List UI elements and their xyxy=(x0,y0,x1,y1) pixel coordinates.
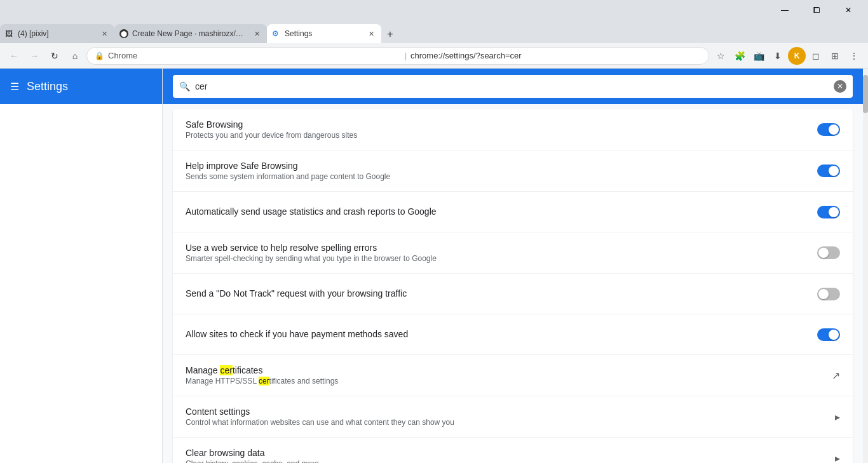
toggle-spelling[interactable] xyxy=(817,246,840,259)
maximize-button[interactable]: ⧠ xyxy=(802,0,831,20)
settings-header: ☰ Settings xyxy=(0,69,162,104)
title-highlight-cer: cer xyxy=(220,365,232,375)
toggle-knob-help-improve xyxy=(829,166,839,176)
toggle-container-send-usage xyxy=(817,206,840,218)
setting-item-clear-browsing[interactable]: Clear browsing data Clear history, cooki… xyxy=(173,438,853,463)
chevron-right-icon-content-settings: ▸ xyxy=(835,411,840,423)
refresh-button[interactable]: ↻ xyxy=(46,47,64,65)
tab-close-settings[interactable]: ✕ xyxy=(366,29,376,39)
setting-desc-content-settings: Control what information websites can us… xyxy=(186,418,835,427)
search-input-container: 🔍 ✕ xyxy=(173,75,853,98)
extension-icon-2[interactable]: ⊞ xyxy=(826,47,844,65)
tab-favicon-settings: ⚙ xyxy=(272,29,281,38)
chevron-container-content-settings: ▸ xyxy=(835,411,840,423)
toggle-payment-methods[interactable] xyxy=(817,328,840,341)
tab-github[interactable]: ⬤ Create New Page · mashirozx/Pi... ✕ xyxy=(114,24,267,43)
toggle-knob-payment-methods xyxy=(829,330,839,340)
desc-text-before: Manage HTTPS/SSL xyxy=(186,377,259,386)
bookmark-button[interactable]: ☆ xyxy=(712,47,729,65)
setting-title-clear-browsing: Clear browsing data xyxy=(186,448,835,458)
profile-button[interactable]: K xyxy=(788,47,806,65)
tab-bar: 🖼 (4) [pixiv] ✕ ⬤ Create New Page · mash… xyxy=(0,20,868,43)
extensions-button[interactable]: 🧩 xyxy=(731,47,749,65)
chevron-right-icon-clear-browsing: ▸ xyxy=(835,452,840,464)
setting-content-spelling: Use a web service to help resolve spelli… xyxy=(186,243,817,263)
setting-content-safe-browsing: Safe Browsing Protects you and your devi… xyxy=(186,119,817,140)
settings-list: Safe Browsing Protects you and your devi… xyxy=(173,109,853,463)
toggle-container-safe-browsing xyxy=(817,123,840,136)
search-bar: 🔍 ✕ xyxy=(163,69,863,104)
setting-content-manage-certificates: Manage certificates Manage HTTPS/SSL cer… xyxy=(186,365,832,386)
tab-favicon-github: ⬤ xyxy=(119,29,128,38)
settings-container: ☰ Settings 🔍 ✕ Safe Browsing Protects yo… xyxy=(0,69,868,463)
tab-title-settings: Settings xyxy=(285,29,362,38)
chevron-container-clear-browsing: ▸ xyxy=(835,452,840,464)
setting-title-payment-methods: Allow sites to check if you have payment… xyxy=(186,329,817,339)
search-input[interactable] xyxy=(195,81,829,91)
setting-item-do-not-track[interactable]: Send a "Do Not Track" request with your … xyxy=(173,274,853,314)
search-clear-button[interactable]: ✕ xyxy=(834,80,846,93)
back-button[interactable]: ← xyxy=(5,47,23,65)
home-button[interactable]: ⌂ xyxy=(66,47,84,65)
setting-desc-help-improve: Sends some system information and page c… xyxy=(186,172,817,181)
omnibox[interactable]: 🔒 Chrome | chrome://settings/?search=cer xyxy=(86,47,709,65)
setting-content-content-settings: Content settings Control what informatio… xyxy=(186,406,835,427)
desc-highlight-cer: cer xyxy=(259,377,269,386)
tab-favicon-pixiv: 🖼 xyxy=(5,29,14,38)
toggle-knob-send-usage xyxy=(829,207,839,217)
setting-item-send-usage[interactable]: Automatically send usage statistics and … xyxy=(173,192,853,232)
setting-content-send-usage: Automatically send usage statistics and … xyxy=(186,206,817,218)
toggle-send-usage[interactable] xyxy=(817,206,840,218)
toggle-knob-do-not-track xyxy=(818,289,829,299)
extension-icon-1[interactable]: ◻ xyxy=(807,47,825,65)
toggle-help-improve[interactable] xyxy=(817,164,840,177)
forward-button[interactable]: → xyxy=(25,47,43,65)
setting-desc-clear-browsing: Clear history, cookies, cache, and more xyxy=(186,459,835,463)
close-button[interactable]: ✕ xyxy=(834,0,863,20)
setting-title-content-settings: Content settings xyxy=(186,406,835,417)
setting-item-help-improve[interactable]: Help improve Safe Browsing Sends some sy… xyxy=(173,151,853,192)
tab-close-pixiv[interactable]: ✕ xyxy=(99,29,109,39)
setting-title-manage-certificates: Manage certificates xyxy=(186,365,832,375)
setting-title-help-improve: Help improve Safe Browsing xyxy=(186,161,817,171)
toolbar-icons: ☆ 🧩 📺 ⬇ K ◻ ⊞ ⋮ xyxy=(712,47,863,65)
toggle-container-payment-methods xyxy=(817,328,840,341)
hamburger-icon[interactable]: ☰ xyxy=(10,81,19,93)
omnibox-site-icon: 🔒 xyxy=(95,51,104,60)
setting-item-manage-certificates[interactable]: Manage certificates Manage HTTPS/SSL cer… xyxy=(173,355,853,396)
setting-item-spelling[interactable]: Use a web service to help resolve spelli… xyxy=(173,232,853,274)
downloads-button[interactable]: ⬇ xyxy=(769,47,787,65)
external-link-icon: ↗ xyxy=(832,370,840,382)
setting-content-do-not-track: Send a "Do Not Track" request with your … xyxy=(186,288,817,300)
tab-close-github[interactable]: ✕ xyxy=(252,29,262,39)
toggle-knob-spelling xyxy=(818,248,829,258)
tab-pixiv[interactable]: 🖼 (4) [pixiv] ✕ xyxy=(0,24,114,43)
cast-button[interactable]: 📺 xyxy=(750,47,768,65)
title-text-before: Manage xyxy=(186,365,220,375)
window-controls: — ⧠ ✕ xyxy=(770,0,863,20)
right-scrollbar[interactable] xyxy=(863,69,868,463)
title-bar: — ⧠ ✕ xyxy=(0,0,868,20)
address-bar: ← → ↻ ⌂ 🔒 Chrome | chrome://settings/?se… xyxy=(0,43,868,69)
setting-item-safe-browsing[interactable]: Safe Browsing Protects you and your devi… xyxy=(173,109,853,151)
setting-item-content-settings[interactable]: Content settings Control what informatio… xyxy=(173,396,853,438)
toggle-safe-browsing[interactable] xyxy=(817,123,840,136)
menu-button[interactable]: ⋮ xyxy=(845,47,863,65)
toggle-do-not-track[interactable] xyxy=(817,288,840,300)
desc-text-after: tificates and settings xyxy=(269,377,339,386)
setting-content-help-improve: Help improve Safe Browsing Sends some sy… xyxy=(186,161,817,181)
main-content: Safe Browsing Protects you and your devi… xyxy=(163,104,863,463)
setting-title-safe-browsing: Safe Browsing xyxy=(186,119,817,130)
toggle-container-spelling xyxy=(817,246,840,259)
new-tab-button[interactable]: + xyxy=(381,25,399,43)
search-icon: 🔍 xyxy=(179,81,190,91)
title-text-after: tificates xyxy=(233,365,262,375)
omnibox-site-label: Chrome xyxy=(108,51,398,60)
settings-title: Settings xyxy=(27,80,68,93)
setting-desc-safe-browsing: Protects you and your device from danger… xyxy=(186,131,817,140)
minimize-button[interactable]: — xyxy=(770,0,799,20)
tab-settings[interactable]: ⚙ Settings ✕ xyxy=(267,24,381,43)
external-icon-container: ↗ xyxy=(832,370,840,382)
setting-desc-spelling: Smarter spell-checking by sending what y… xyxy=(186,254,817,263)
setting-item-payment-methods[interactable]: Allow sites to check if you have payment… xyxy=(173,314,853,355)
